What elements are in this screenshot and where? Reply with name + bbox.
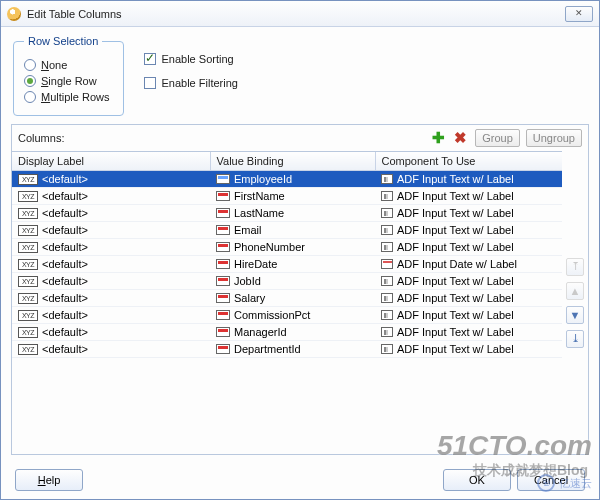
label-type-icon: XYZ <box>18 225 38 236</box>
display-label-cell: <default> <box>42 190 88 202</box>
value-binding-cell: DepartmentId <box>234 343 301 355</box>
binding-icon <box>216 344 230 354</box>
col-header-component[interactable]: Component To Use <box>375 152 562 171</box>
value-binding-cell: HireDate <box>234 258 277 270</box>
display-label-cell: <default> <box>42 309 88 321</box>
display-label-cell: <default> <box>42 241 88 253</box>
value-binding-cell: Email <box>234 224 262 236</box>
label-type-icon: XYZ <box>18 344 38 355</box>
close-button[interactable]: ✕ <box>565 6 593 22</box>
binding-icon <box>216 174 230 184</box>
checkbox-label: Enable Filtering <box>161 77 237 89</box>
col-header-display-label[interactable]: Display Label <box>12 152 210 171</box>
display-label-cell: <default> <box>42 173 88 185</box>
move-top-button[interactable]: ⤒ <box>566 258 584 276</box>
component-icon <box>381 293 393 303</box>
move-up-button[interactable]: ▲ <box>566 282 584 300</box>
move-down-button[interactable]: ▼ <box>566 306 584 324</box>
radio-label: None <box>41 59 67 71</box>
component-icon <box>381 242 393 252</box>
checkbox-icon <box>144 77 156 89</box>
col-header-value-binding[interactable]: Value Binding <box>210 152 375 171</box>
radio-multiple-rows[interactable]: Multiple Rows <box>24 91 109 103</box>
table-row[interactable]: XYZ<default>CommissionPctADF Input Text … <box>12 307 562 324</box>
display-label-cell: <default> <box>42 275 88 287</box>
radio-icon <box>24 75 36 87</box>
display-label-cell: <default> <box>42 207 88 219</box>
component-cell: ADF Input Text w/ Label <box>397 190 514 202</box>
label-type-icon: XYZ <box>18 327 38 338</box>
value-binding-cell: FirstName <box>234 190 285 202</box>
table-row[interactable]: XYZ<default>ManagerIdADF Input Text w/ L… <box>12 324 562 341</box>
radio-none[interactable]: None <box>24 59 109 71</box>
binding-icon <box>216 242 230 252</box>
binding-icon <box>216 327 230 337</box>
help-button[interactable]: Help <box>15 469 83 491</box>
radio-single-row[interactable]: Single Row <box>24 75 109 87</box>
row-selection-group: Row Selection None Single Row Multiple R… <box>13 35 124 116</box>
table-row[interactable]: XYZ<default>EmployeeIdADF Input Text w/ … <box>12 171 562 188</box>
row-selection-legend: Row Selection <box>24 35 102 47</box>
dialog-footer: Help OK Cancel <box>11 463 589 493</box>
checkbox-enable-filtering[interactable]: Enable Filtering <box>144 77 237 89</box>
component-icon <box>381 344 393 354</box>
table-row[interactable]: XYZ<default>SalaryADF Input Text w/ Labe… <box>12 290 562 307</box>
component-icon <box>381 327 393 337</box>
value-binding-cell: EmployeeId <box>234 173 292 185</box>
label-type-icon: XYZ <box>18 191 38 202</box>
component-cell: ADF Input Text w/ Label <box>397 224 514 236</box>
component-icon <box>381 310 393 320</box>
component-cell: ADF Input Text w/ Label <box>397 343 514 355</box>
label-type-icon: XYZ <box>18 259 38 270</box>
checkbox-icon <box>144 53 156 65</box>
delete-column-button[interactable]: ✖ <box>451 129 469 147</box>
label-type-icon: XYZ <box>18 208 38 219</box>
dialog-window: Edit Table Columns ✕ Row Selection None … <box>0 0 600 500</box>
component-cell: ADF Input Text w/ Label <box>397 326 514 338</box>
radio-icon <box>24 59 36 71</box>
component-cell: ADF Input Text w/ Label <box>397 309 514 321</box>
component-icon <box>381 259 393 269</box>
cancel-button[interactable]: Cancel <box>517 469 585 491</box>
display-label-cell: <default> <box>42 258 88 270</box>
table-row[interactable]: XYZ<default>HireDateADF Input Date w/ La… <box>12 256 562 273</box>
columns-label: Columns: <box>18 132 425 144</box>
app-icon <box>7 7 21 21</box>
label-type-icon: XYZ <box>18 276 38 287</box>
radio-label: Single Row <box>41 75 97 87</box>
display-label-cell: <default> <box>42 224 88 236</box>
component-icon <box>381 191 393 201</box>
move-bottom-button[interactable]: ⤓ <box>566 330 584 348</box>
table-row[interactable]: XYZ<default>PhoneNumberADF Input Text w/… <box>12 239 562 256</box>
ok-button[interactable]: OK <box>443 469 511 491</box>
component-icon <box>381 225 393 235</box>
table-row[interactable]: XYZ<default>LastNameADF Input Text w/ La… <box>12 205 562 222</box>
component-cell: ADF Input Text w/ Label <box>397 207 514 219</box>
columns-grid[interactable]: Display Label Value Binding Component To… <box>12 151 562 454</box>
component-cell: ADF Input Text w/ Label <box>397 292 514 304</box>
table-row[interactable]: XYZ<default>FirstNameADF Input Text w/ L… <box>12 188 562 205</box>
checkbox-enable-sorting[interactable]: Enable Sorting <box>144 53 237 65</box>
table-row[interactable]: XYZ<default>DepartmentIdADF Input Text w… <box>12 341 562 358</box>
component-icon <box>381 208 393 218</box>
component-cell: ADF Input Date w/ Label <box>397 258 517 270</box>
component-icon <box>381 276 393 286</box>
binding-icon <box>216 276 230 286</box>
table-row[interactable]: XYZ<default>EmailADF Input Text w/ Label <box>12 222 562 239</box>
group-button[interactable]: Group <box>475 129 520 147</box>
table-row[interactable]: XYZ<default>JobIdADF Input Text w/ Label <box>12 273 562 290</box>
binding-icon <box>216 191 230 201</box>
label-type-icon: XYZ <box>18 310 38 321</box>
reorder-panel: ⤒ ▲ ▼ ⤓ <box>562 151 588 454</box>
binding-icon <box>216 310 230 320</box>
display-label-cell: <default> <box>42 343 88 355</box>
binding-icon <box>216 208 230 218</box>
columns-panel: Columns: ✚ ✖ Group Ungroup Display Label… <box>11 124 589 455</box>
binding-icon <box>216 259 230 269</box>
ungroup-button[interactable]: Ungroup <box>526 129 582 147</box>
component-cell: ADF Input Text w/ Label <box>397 275 514 287</box>
label-type-icon: XYZ <box>18 293 38 304</box>
display-label-cell: <default> <box>42 292 88 304</box>
add-column-button[interactable]: ✚ <box>429 129 447 147</box>
dialog-title: Edit Table Columns <box>27 8 565 20</box>
